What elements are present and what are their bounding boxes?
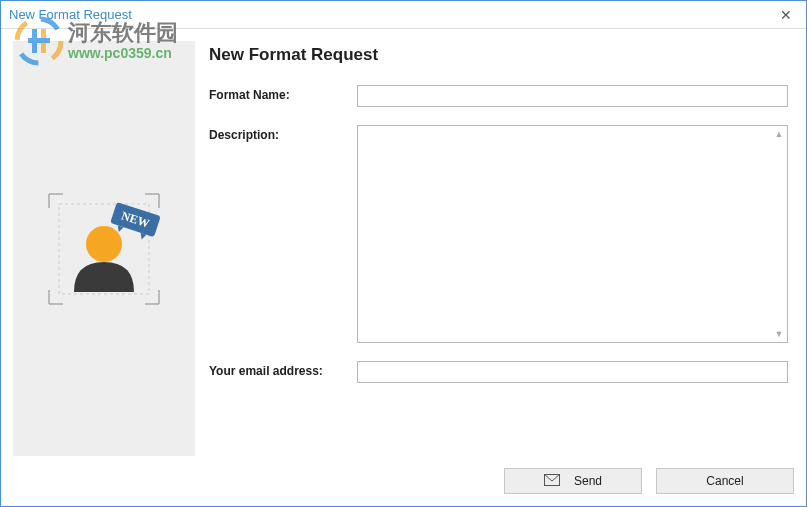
description-label: Description:	[209, 125, 357, 343]
main-area: NEW New Format Request Format Name:	[13, 41, 794, 456]
format-name-label: Format Name:	[209, 85, 357, 107]
svg-point-1	[86, 226, 122, 262]
new-user-illustration: NEW	[39, 184, 169, 314]
description-input[interactable]	[358, 126, 771, 342]
description-row: Description: ▲ ▼	[209, 125, 788, 343]
titlebar: New Format Request ✕	[1, 1, 806, 29]
email-row: Your email address:	[209, 361, 788, 383]
description-textarea-wrap: ▲ ▼	[357, 125, 788, 343]
scroll-up-icon[interactable]: ▲	[773, 128, 785, 140]
cancel-button-label: Cancel	[706, 474, 743, 488]
close-icon: ✕	[780, 7, 792, 23]
format-name-input[interactable]	[357, 85, 788, 107]
send-button[interactable]: Send	[504, 468, 642, 494]
close-button[interactable]: ✕	[774, 5, 798, 25]
format-name-row: Format Name:	[209, 85, 788, 107]
send-button-label: Send	[574, 474, 602, 488]
form-area: New Format Request Format Name: Descript…	[209, 41, 794, 456]
form-heading: New Format Request	[209, 45, 788, 65]
envelope-icon	[544, 474, 560, 489]
window-title: New Format Request	[9, 7, 132, 22]
cancel-button[interactable]: Cancel	[656, 468, 794, 494]
dialog-window: New Format Request ✕	[0, 0, 807, 507]
button-bar: Send Cancel	[13, 456, 794, 494]
content-area: NEW New Format Request Format Name:	[1, 29, 806, 506]
scroll-down-icon[interactable]: ▼	[773, 328, 785, 340]
email-input[interactable]	[357, 361, 788, 383]
email-label: Your email address:	[209, 361, 357, 383]
sidebar-panel: NEW	[13, 41, 195, 456]
